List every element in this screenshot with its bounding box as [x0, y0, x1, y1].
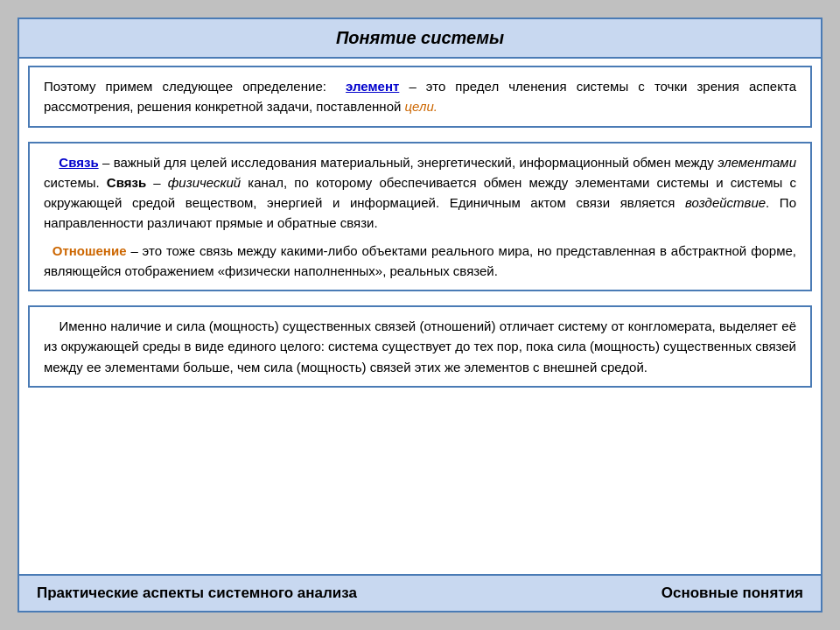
highlight-otnoshenie: Отношение	[52, 243, 127, 258]
bold-svyaz2: Связь	[107, 175, 146, 190]
slide-footer: Практические аспекты системного анализа …	[19, 574, 821, 611]
text-block-3: Именно наличие и сила (мощность) существ…	[28, 305, 812, 388]
highlight-celi: цели.	[405, 99, 438, 114]
slide-header: Понятие системы	[19, 19, 821, 59]
highlight-svyaz1: Связь	[59, 155, 98, 170]
text-block-1: Поэтому примем следующее определение: эл…	[28, 66, 812, 128]
slide-body: Поэтому примем следующее определение: эл…	[19, 59, 821, 574]
block1-paragraph1: Поэтому примем следующее определение: эл…	[44, 76, 796, 117]
block3-paragraph1: Именно наличие и сила (мощность) существ…	[44, 316, 796, 377]
slide-container: Понятие системы Поэтому примем следующее…	[18, 18, 822, 612]
footer-right-text: Основные понятия	[662, 584, 803, 602]
block2-paragraph1: Связь – важный для целей исследования ма…	[44, 152, 796, 234]
italic-vozdeystvie: воздействие	[685, 195, 766, 210]
italic-elements: элементами	[718, 155, 796, 170]
highlight-element: элемент	[346, 79, 399, 94]
slide-title: Понятие системы	[336, 28, 504, 47]
italic-physical: физический	[168, 175, 241, 190]
text-block-2: Связь – важный для целей исследования ма…	[28, 142, 812, 292]
block2-paragraph2: Отношение – это тоже связь между какими-…	[44, 241, 796, 282]
footer-left-text: Практические аспекты системного анализа	[37, 584, 357, 602]
